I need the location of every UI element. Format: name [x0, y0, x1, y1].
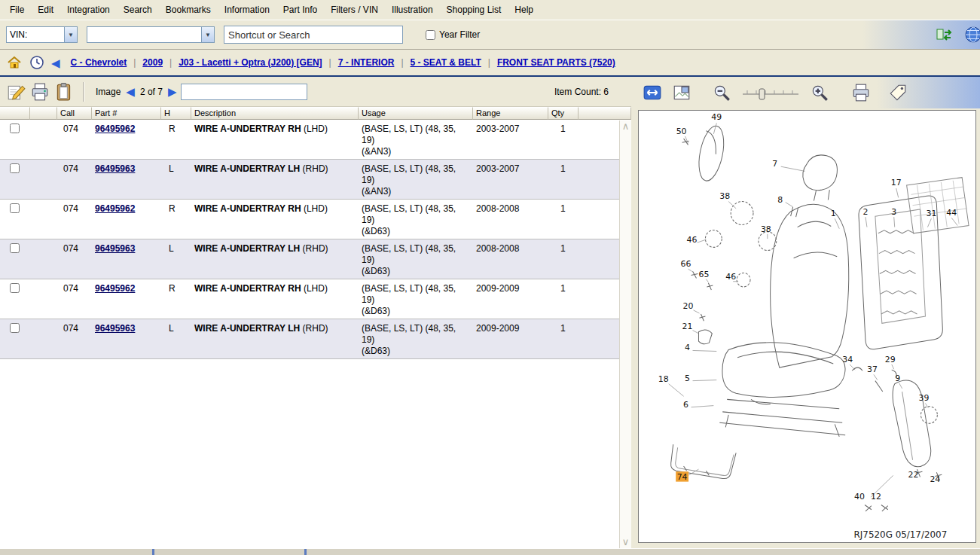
fit-width-icon[interactable] — [643, 83, 662, 102]
part-label-29[interactable]: 29 — [885, 355, 896, 364]
year-filter-checkbox[interactable] — [426, 30, 435, 40]
part-number-link[interactable]: 96495962 — [95, 283, 135, 294]
header-range[interactable]: Range — [473, 107, 548, 120]
row-checkbox[interactable] — [10, 283, 20, 293]
chevron-down-icon[interactable]: ▼ — [64, 27, 77, 42]
row-checkbox[interactable] — [10, 163, 20, 173]
part-label-7[interactable]: 7 — [772, 159, 777, 169]
prev-image-icon[interactable]: ◀ — [126, 86, 135, 97]
header-blank[interactable] — [30, 107, 57, 120]
pane-divider[interactable] — [631, 77, 637, 548]
part-label-46[interactable]: 46 — [687, 235, 698, 245]
part-number-link[interactable]: 96495963 — [95, 323, 135, 334]
secondary-select[interactable]: ▼ — [87, 26, 215, 43]
part-label-8[interactable]: 8 — [777, 194, 783, 204]
transfer-icon[interactable] — [935, 25, 954, 44]
table-row[interactable]: 074 96495962 R WIRE A-UNDERTRAY RH (LHD)… — [0, 200, 631, 239]
part-label-49[interactable]: 49 — [711, 112, 722, 122]
illustration-canvas[interactable]: 4950717388123314446386665462021418563437… — [638, 110, 976, 543]
row-checkbox[interactable] — [10, 243, 20, 253]
breadcrumb-link[interactable]: C - Chevrolet — [71, 57, 127, 68]
part-label-12[interactable]: 12 — [871, 492, 881, 502]
part-label-3[interactable]: 3 — [891, 207, 896, 217]
breadcrumb-link[interactable]: J03 - Lacetti + Optra (J200) [GEN] — [179, 57, 322, 68]
menu-item-part-info[interactable]: Part Info — [276, 0, 324, 20]
menu-item-shopping-list[interactable]: Shopping List — [440, 0, 508, 20]
row-checkbox[interactable] — [10, 203, 20, 213]
menu-item-integration[interactable]: Integration — [60, 0, 117, 20]
menu-item-file[interactable]: File — [3, 0, 31, 20]
next-image-icon[interactable]: ▶ — [168, 86, 177, 97]
part-label-38[interactable]: 38 — [761, 224, 771, 234]
home-icon[interactable] — [6, 54, 23, 71]
part-label-18[interactable]: 18 — [658, 374, 669, 383]
breadcrumb-link[interactable]: 2009 — [142, 57, 163, 68]
part-label-1[interactable]: 1 — [831, 209, 836, 218]
part-label-37[interactable]: 37 — [867, 364, 878, 374]
part-label-65[interactable]: 65 — [698, 269, 709, 279]
row-checkbox[interactable] — [10, 124, 20, 133]
scroll-up-icon[interactable]: ∧ — [622, 123, 630, 130]
part-label-17[interactable]: 17 — [891, 178, 902, 188]
scroll-down-icon[interactable]: ∨ — [622, 538, 630, 546]
menu-item-illustration[interactable]: Illustration — [385, 0, 440, 20]
part-label-50[interactable]: 50 — [676, 127, 687, 136]
header-description[interactable]: Description — [191, 107, 359, 120]
shortcut-search-input[interactable] — [224, 26, 403, 44]
menu-item-information[interactable]: Information — [218, 0, 276, 20]
clipboard-icon[interactable] — [54, 82, 74, 102]
part-number-link[interactable]: 96495963 — [95, 243, 135, 254]
globe-icon[interactable] — [963, 25, 980, 44]
part-label-44[interactable]: 44 — [946, 208, 957, 218]
part-label-2[interactable]: 2 — [863, 207, 869, 217]
header-select[interactable] — [0, 107, 30, 120]
part-label-21[interactable]: 21 — [682, 321, 693, 331]
zoom-in-icon[interactable] — [810, 83, 829, 102]
table-row[interactable]: 074 96495963 L WIRE A-UNDERTRAY LH (RHD)… — [0, 160, 631, 200]
print-illustration-icon[interactable] — [851, 83, 871, 102]
menu-item-filters-vin[interactable]: Filters / VIN — [324, 0, 385, 20]
vin-select[interactable]: VIN: ▼ — [6, 26, 78, 43]
table-row[interactable]: 074 96495963 L WIRE A-UNDERTRAY LH (RHD)… — [0, 319, 631, 359]
breadcrumb-link[interactable]: 7 - INTERIOR — [338, 57, 395, 68]
part-label-40[interactable]: 40 — [854, 492, 865, 502]
part-label-4[interactable]: 4 — [685, 343, 690, 352]
part-number-link[interactable]: 96495962 — [95, 203, 135, 214]
zoom-out-icon[interactable] — [712, 83, 731, 102]
part-label-20[interactable]: 20 — [683, 301, 694, 311]
header-h[interactable]: H — [161, 107, 191, 120]
edit-icon[interactable] — [6, 82, 26, 102]
history-icon[interactable] — [29, 54, 45, 71]
header-usage[interactable]: Usage — [359, 107, 473, 120]
header-call[interactable]: Call — [57, 107, 92, 120]
breadcrumb-link[interactable]: FRONT SEAT PARTS (7520) — [497, 57, 615, 68]
header-qty[interactable]: Qty — [548, 107, 579, 120]
chevron-down-icon[interactable]: ▼ — [201, 27, 214, 42]
part-label-66[interactable]: 66 — [681, 259, 691, 269]
callout-tag-icon[interactable] — [888, 83, 908, 102]
part-label-24[interactable]: 24 — [930, 474, 940, 483]
menu-item-bookmarks[interactable]: Bookmarks — [159, 0, 218, 20]
table-row[interactable]: 074 96495963 L WIRE A-UNDERTRAY LH (RHD)… — [0, 239, 631, 279]
menu-item-search[interactable]: Search — [117, 0, 159, 20]
menu-item-edit[interactable]: Edit — [31, 0, 60, 20]
thumbnail-icon[interactable] — [672, 83, 691, 102]
part-label-31[interactable]: 31 — [926, 209, 936, 218]
part-label-39[interactable]: 39 — [919, 393, 930, 403]
breadcrumb-link[interactable]: 5 - SEAT & BELT — [411, 57, 481, 68]
menu-item-help[interactable]: Help — [508, 0, 540, 20]
part-label-38[interactable]: 38 — [719, 191, 730, 201]
table-row[interactable]: 074 96495962 R WIRE A-UNDERTRAY RH (LHD)… — [0, 279, 631, 319]
print-icon[interactable] — [30, 82, 50, 102]
quick-find-input[interactable] — [181, 84, 307, 100]
back-icon[interactable]: ◀ — [51, 57, 60, 69]
part-label-46[interactable]: 46 — [725, 271, 736, 281]
part-number-link[interactable]: 96495962 — [95, 124, 135, 134]
part-label-22[interactable]: 22 — [908, 470, 919, 480]
table-scrollbar[interactable]: ∧ ∨ — [619, 120, 631, 548]
header-part[interactable]: Part # — [92, 107, 161, 120]
part-label-9[interactable]: 9 — [895, 373, 900, 383]
row-checkbox[interactable] — [10, 323, 20, 333]
zoom-slider[interactable] — [741, 83, 800, 102]
table-row[interactable]: 074 96495962 R WIRE A-UNDERTRAY RH (LHD)… — [0, 120, 631, 160]
